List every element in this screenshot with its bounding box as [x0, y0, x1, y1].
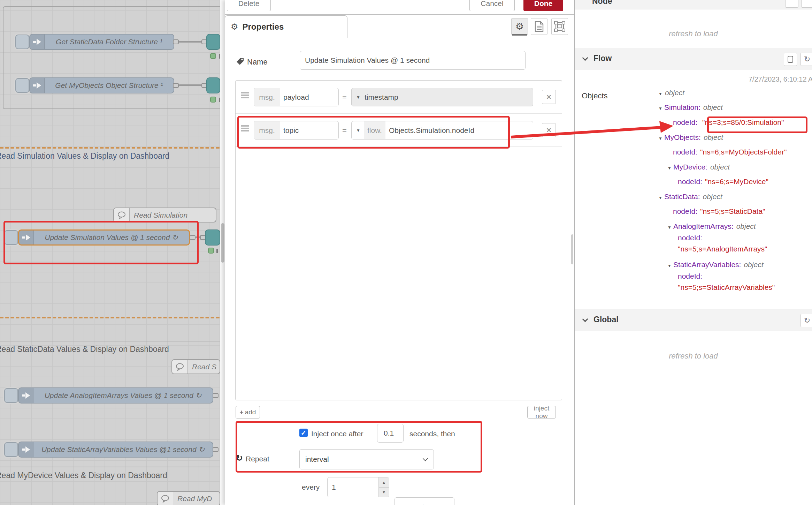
msg-prefix-label: msg.: [254, 121, 280, 139]
tree-row[interactable]: nodeId:"ns=6;s=MyObjectsFolder": [673, 148, 787, 156]
opcua-node-partial[interactable]: [205, 229, 220, 246]
node-context-empty-message: refresh to load: [575, 29, 812, 38]
typed-input-flow-context[interactable]: ▼ flow. Objects.Simulation.nodeId: [351, 121, 533, 140]
chevron-down-icon[interactable]: ▼: [352, 95, 364, 100]
caret-icon[interactable]: ▼: [658, 195, 662, 200]
inject-once-delay-input[interactable]: [377, 424, 404, 443]
output-port[interactable]: [213, 393, 219, 398]
inject-now-button[interactable]: inject now: [527, 406, 556, 419]
output-port[interactable]: [173, 39, 179, 44]
tab-description-icon-button[interactable]: [531, 18, 547, 35]
scrollbar-thumb[interactable]: [221, 223, 224, 263]
caret-icon[interactable]: ▼: [667, 263, 672, 268]
tree-key: Simulation:: [664, 103, 700, 111]
global-refresh-icon[interactable]: ↻: [800, 314, 812, 327]
add-rule-button[interactable]: +add: [236, 406, 260, 419]
drag-handle-icon[interactable]: [241, 95, 249, 96]
spinner-down-icon[interactable]: ▼: [379, 488, 389, 497]
node-refresh-button[interactable]: [801, 0, 812, 8]
caret-icon[interactable]: ▼: [667, 166, 672, 171]
node-section-header[interactable]: Node: [575, 0, 812, 9]
opcua-node-partial[interactable]: [206, 34, 220, 50]
tree-row[interactable]: nodeId:: [678, 272, 702, 280]
global-section-header[interactable]: Global ↻: [575, 309, 812, 331]
tree-row[interactable]: ▼AnalogItemArrays:object: [667, 222, 756, 231]
output-port[interactable]: [173, 83, 179, 88]
chevron-down-icon: [582, 316, 588, 322]
tree-row[interactable]: ▼StaticArrayVariables:object: [667, 261, 763, 269]
done-button[interactable]: Done: [523, 0, 563, 11]
inject-node[interactable]: Update StaticArrayVariables Values @1 se…: [18, 442, 213, 458]
interval-stepper[interactable]: 1 ▲ ▼: [327, 477, 389, 497]
tree-row[interactable]: nodeId:"ns=5;s=StaticData": [673, 207, 765, 216]
tree-row[interactable]: ▼MyDevice:object: [667, 163, 730, 171]
repeat-select[interactable]: interval: [299, 449, 434, 469]
inject-trigger-button[interactable]: [4, 230, 18, 245]
tree-row[interactable]: nodeId:"ns=6;s=MyDevice": [678, 178, 768, 186]
comment-node[interactable]: Read MyD: [157, 491, 220, 505]
repeat-selected-option: interval: [305, 455, 329, 463]
wire: [179, 84, 204, 86]
msg-property-field[interactable]: msg. payload: [254, 88, 339, 106]
node-label: Update Simulation Values @ 1 second ↻: [34, 233, 189, 242]
caret-icon[interactable]: ▼: [658, 136, 662, 141]
comment-node[interactable]: Read S: [171, 359, 220, 374]
inject-once-checkbox[interactable]: ✓: [299, 429, 308, 437]
flow-watch-button[interactable]: [784, 53, 797, 66]
inject-node-selected[interactable]: Update Simulation Values @ 1 second ↻: [18, 229, 190, 246]
interval-units-select[interactable]: seconds: [394, 497, 454, 505]
output-port[interactable]: [190, 235, 196, 240]
tree-row[interactable]: nodeId:: [678, 234, 702, 242]
typed-input-value[interactable]: Objects.Simulation.nodeId: [385, 126, 474, 135]
inject-node[interactable]: Get StaticData Folder Structure ¹: [29, 34, 174, 50]
node-status-text-fragment: [216, 249, 218, 253]
delete-button[interactable]: Delete: [227, 0, 271, 11]
flow-section-header[interactable]: Flow ↻: [575, 48, 812, 70]
canvas-vertical-scrollbar[interactable]: [220, 0, 225, 505]
inject-trigger-button[interactable]: [4, 388, 18, 403]
repeat-icon: ↻: [236, 453, 243, 463]
cancel-button[interactable]: Cancel: [469, 0, 515, 11]
flow-refresh-icon[interactable]: ↻: [800, 53, 812, 66]
delete-row-button[interactable]: ×: [542, 90, 556, 104]
delete-row-button[interactable]: ×: [542, 123, 556, 137]
typed-input-timestamp[interactable]: ▼ timestamp: [351, 88, 533, 106]
typed-input-value: timestamp: [364, 93, 398, 101]
tree-row[interactable]: ▼MyObjects:object: [658, 133, 723, 142]
node-label: Update AnalogItemArrays Values @ 1 secon…: [33, 391, 213, 400]
flow-canvas[interactable]: Get StaticData Folder Structure ¹ Get My…: [0, 0, 225, 505]
dialog-scrollbar-thumb[interactable]: [571, 234, 573, 264]
inject-trigger-button[interactable]: [15, 35, 29, 49]
caret-icon[interactable]: ▼: [667, 225, 672, 230]
property-name-input[interactable]: payload: [280, 88, 338, 106]
msg-property-field[interactable]: msg. topic: [254, 121, 339, 140]
node-section-button[interactable]: [785, 0, 798, 8]
inject-node[interactable]: Get MyObjects Object Structure ¹: [29, 77, 174, 93]
caret-icon[interactable]: ▼: [658, 91, 662, 96]
add-label: add: [245, 408, 256, 416]
name-input[interactable]: [300, 51, 526, 70]
inject-trigger-button[interactable]: [4, 442, 18, 457]
comment-node[interactable]: Read Simulation: [113, 208, 216, 223]
number-spinner[interactable]: ▲ ▼: [378, 477, 389, 497]
spinner-up-icon[interactable]: ▲: [379, 477, 389, 488]
interval-value-input[interactable]: 1: [328, 477, 378, 497]
tree-value: "ns=6;s=MyDevice": [705, 178, 768, 186]
tab-properties-icon-button[interactable]: ⚙: [511, 18, 528, 35]
node-group-border[interactable]: [3, 6, 225, 109]
document-icon: [535, 21, 544, 32]
chevron-down-icon[interactable]: ▼: [352, 128, 364, 133]
tree-row-highlighted[interactable]: nodeId:"ns=3;s=85/0:Simulation": [673, 118, 784, 127]
tab-appearance-icon-button[interactable]: [551, 18, 568, 35]
tab-properties[interactable]: ⚙ Properties: [225, 15, 347, 38]
inject-node[interactable]: Update AnalogItemArrays Values @ 1 secon…: [18, 387, 213, 404]
tree-row[interactable]: ▼Simulation:object: [658, 103, 723, 112]
property-name-input[interactable]: topic: [280, 121, 338, 139]
tree-row[interactable]: ▼StaticData:object: [658, 193, 722, 201]
opcua-node-partial[interactable]: [206, 77, 220, 93]
tree-row[interactable]: ▼object: [658, 89, 684, 97]
inject-trigger-button[interactable]: [15, 78, 29, 93]
drag-handle-icon[interactable]: [241, 128, 249, 129]
caret-icon[interactable]: ▼: [658, 106, 662, 111]
output-port[interactable]: [213, 447, 219, 452]
